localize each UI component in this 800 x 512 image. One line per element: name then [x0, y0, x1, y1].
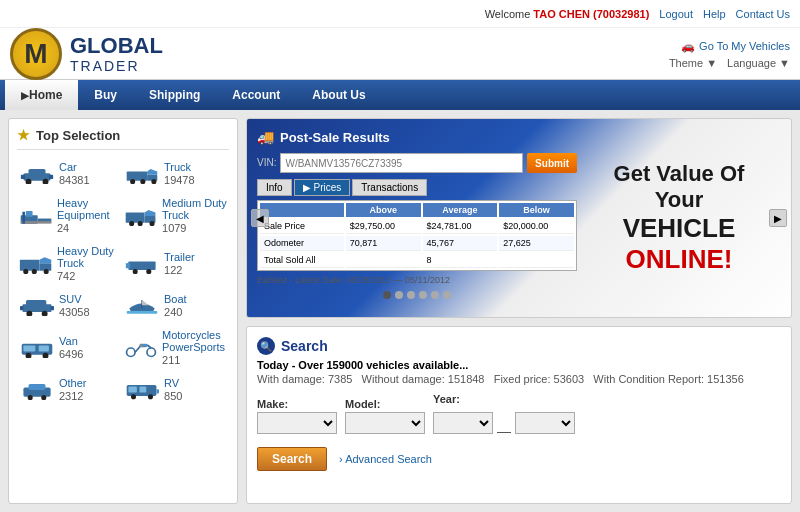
- car-link[interactable]: Car: [59, 161, 90, 173]
- list-item: Truck 19478: [122, 158, 229, 190]
- svg-rect-4: [21, 175, 25, 179]
- svg-rect-44: [39, 345, 49, 351]
- post-sale-title: 🚚 Post-Sale Results: [257, 129, 577, 145]
- promo-line2: VEHICLE ONLINE!: [587, 213, 771, 275]
- medium-duty-truck-link[interactable]: Medium Duty Truck: [162, 197, 227, 221]
- svg-rect-18: [144, 216, 155, 223]
- svg-rect-13: [26, 211, 33, 217]
- nav-buy[interactable]: Buy: [78, 80, 133, 110]
- van-link[interactable]: Van: [59, 335, 83, 347]
- car-icon: [19, 162, 55, 186]
- svg-rect-34: [26, 300, 46, 307]
- dot[interactable]: [431, 291, 439, 299]
- suv-icon: [19, 294, 55, 318]
- welcome-text: Welcome TAO CHEN (70032981): [485, 8, 650, 20]
- suv-link[interactable]: SUV: [59, 293, 90, 305]
- logout-link[interactable]: Logout: [659, 8, 693, 20]
- year-to-select[interactable]: [515, 412, 575, 434]
- star-icon: ★: [17, 127, 30, 143]
- heavy-equipment-link[interactable]: Heavy Equipment: [57, 197, 118, 221]
- svg-point-22: [150, 221, 155, 226]
- other-icon: [19, 378, 55, 402]
- dot[interactable]: [407, 291, 415, 299]
- other-link[interactable]: Other: [59, 377, 87, 389]
- heavy-equipment-icon: [19, 204, 53, 228]
- svg-rect-56: [128, 387, 137, 393]
- search-fields: Make: Model: Year:: [257, 393, 781, 439]
- go-to-vehicles-link[interactable]: 🚗 Go To My Vehicles: [681, 40, 790, 53]
- sidebar-title: ★ Top Selection: [17, 127, 229, 150]
- boat-link[interactable]: Boat: [164, 293, 187, 305]
- chevron-right-icon: ›: [339, 453, 343, 465]
- svg-rect-5: [49, 175, 53, 179]
- heavy-duty-truck-link[interactable]: Heavy Duty Truck: [57, 245, 118, 269]
- trailer-link[interactable]: Trailer: [164, 251, 195, 263]
- rv-link[interactable]: RV: [164, 377, 182, 389]
- year-label: Year:: [433, 393, 575, 405]
- make-label: Make:: [257, 398, 337, 410]
- year-from-select[interactable]: [433, 412, 493, 434]
- svg-rect-39: [127, 311, 158, 314]
- svg-rect-57: [139, 387, 146, 393]
- nav-shipping[interactable]: Shipping: [133, 80, 216, 110]
- theme-button[interactable]: Theme ▼: [669, 57, 717, 69]
- dash: —: [497, 423, 511, 439]
- svg-point-53: [41, 395, 46, 400]
- make-select[interactable]: [257, 412, 337, 434]
- svg-point-48: [147, 348, 156, 357]
- submit-button[interactable]: Submit: [527, 153, 577, 173]
- list-item: Trailer 122: [122, 242, 229, 286]
- list-item: Other 2312: [17, 374, 120, 406]
- svg-marker-19: [144, 210, 155, 216]
- logo: M GLOBAL TRADER: [10, 28, 163, 80]
- svg-point-52: [28, 395, 33, 400]
- list-item: Medium Duty Truck 1079: [122, 194, 229, 238]
- slider-dots: [257, 291, 577, 299]
- banner-prev[interactable]: ◀: [251, 209, 269, 227]
- search-button[interactable]: Search: [257, 447, 327, 471]
- svg-rect-60: [156, 389, 159, 393]
- model-label: Model:: [345, 398, 425, 410]
- table-row: Odometer 70,871 45,767 27,625: [260, 236, 574, 251]
- svg-marker-41: [142, 300, 149, 305]
- dot[interactable]: [443, 291, 451, 299]
- nav-home[interactable]: Home: [5, 80, 78, 110]
- model-select[interactable]: [345, 412, 425, 434]
- boat-icon: [124, 294, 160, 318]
- tab-prices[interactable]: ▶ Prices: [294, 179, 351, 196]
- promo-text: Get Value Of Your VEHICLE ONLINE!: [587, 161, 771, 276]
- truck-link[interactable]: Truck: [164, 161, 195, 173]
- medium-duty-truck-icon: [124, 204, 158, 228]
- vin-input[interactable]: [280, 153, 523, 173]
- trailer-icon: [124, 252, 160, 276]
- dot[interactable]: [383, 291, 391, 299]
- contact-link[interactable]: Contact Us: [736, 8, 790, 20]
- svg-point-9: [130, 179, 135, 184]
- col-header: [260, 203, 344, 217]
- search-header: 🔍 Search: [257, 337, 781, 355]
- svg-point-27: [32, 269, 37, 274]
- nav-account[interactable]: Account: [216, 80, 296, 110]
- svg-rect-38: [51, 306, 54, 310]
- dot[interactable]: [395, 291, 403, 299]
- dot[interactable]: [419, 291, 427, 299]
- list-item: Van 6496: [17, 326, 120, 370]
- advanced-search-link[interactable]: › Advanced Search: [339, 453, 432, 465]
- logo-icon: M: [10, 28, 62, 80]
- nav-about[interactable]: About Us: [296, 80, 381, 110]
- van-icon: [19, 336, 55, 360]
- svg-point-10: [140, 179, 145, 184]
- list-item: Heavy Duty Truck 742: [17, 242, 120, 286]
- help-link[interactable]: Help: [703, 8, 726, 20]
- tab-transactions[interactable]: Transactions: [352, 179, 427, 196]
- svg-rect-16: [22, 212, 25, 224]
- svg-rect-23: [20, 260, 40, 271]
- tab-info[interactable]: Info: [257, 179, 292, 196]
- svg-point-59: [148, 394, 153, 399]
- banner-next[interactable]: ▶: [769, 209, 787, 227]
- table-row: Sale Price $29,750.00 $24,781.00 $20,000…: [260, 219, 574, 234]
- language-button[interactable]: Language ▼: [727, 57, 790, 69]
- motorcycles-link[interactable]: Motorcycles PowerSports: [162, 329, 227, 353]
- svg-point-50: [139, 344, 142, 347]
- svg-point-32: [146, 269, 151, 274]
